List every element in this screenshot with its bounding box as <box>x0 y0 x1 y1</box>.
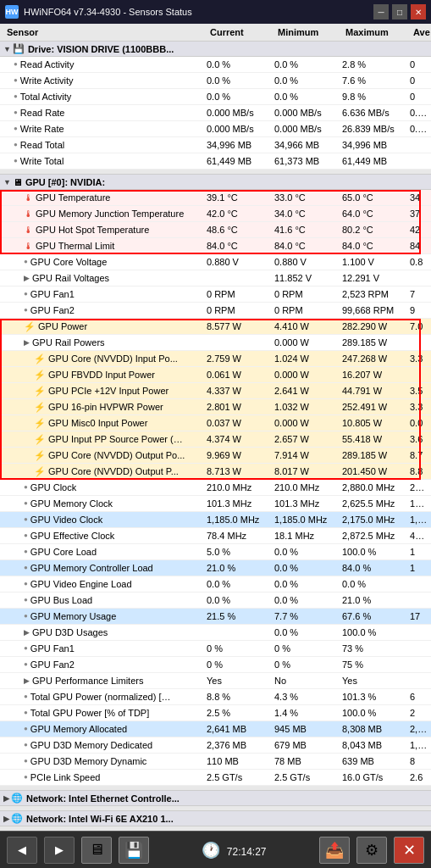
table-row[interactable]: ● Total Activity 0.0 % 0.0 % 9.8 % 0 <box>0 89 431 105</box>
close-icon-btn[interactable]: ✕ <box>394 837 424 864</box>
table-row[interactable]: ● Read Total 34,996 MB 34,966 MB 34,996 … <box>0 137 431 153</box>
col-maximum: Maximum <box>342 25 410 39</box>
save-icon-btn[interactable]: 💾 <box>119 837 149 864</box>
main-content: Sensor Current Minimum Maximum Ave ▼ 💾 D… <box>0 24 431 831</box>
disk-icon: 💾 <box>13 43 25 54</box>
table-row[interactable]: 🌡 GPU Memory Junction Temperature 42.0 °… <box>0 206 431 222</box>
settings-icon-btn[interactable]: ⚙ <box>356 837 387 864</box>
table-row[interactable]: ● Total GPU Power [% of TDP] 2.5 % 1.4 %… <box>0 705 431 721</box>
scroll-area[interactable]: ▼ 💾 Drive: VISION DRIVE (1100BBB... ● Re… <box>0 42 431 831</box>
table-row[interactable]: ● GPU Fan2 0 % 0 % 75 % <box>0 657 431 673</box>
table-row[interactable]: ● GPU Core Load 5.0 % 0.0 % 100.0 % 1 <box>0 544 431 560</box>
maximize-button[interactable]: □ <box>392 4 407 19</box>
network-label-1: Network: Intel Wi-Fi 6E AX210 1... <box>26 814 174 824</box>
gpu-icon: 🖥 <box>13 177 22 187</box>
table-row[interactable]: ● GPU Core Voltage 0.880 V 0.880 V 1.100… <box>0 254 431 270</box>
clock-icon: 🕐 <box>202 842 220 859</box>
close-button[interactable]: ✕ <box>411 4 426 19</box>
network-icon: 🌐 <box>11 813 23 824</box>
table-row[interactable]: 🌡 GPU Temperature 39.1 °C 33.0 °C 65.0 °… <box>0 190 431 206</box>
col-current: Current <box>207 25 274 39</box>
monitor-icon-btn[interactable]: 🖥 <box>81 837 112 864</box>
drive-label: Drive: VISION DRIVE (1100BBB... <box>28 44 174 54</box>
table-row[interactable]: ▶ GPU Rail Powers 0.000 W 289.185 W <box>0 335 431 351</box>
table-row[interactable]: ⚡ GPU 16-pin HVPWR Power 2.801 W 1.032 W… <box>0 399 431 415</box>
minimize-button[interactable]: ─ <box>373 4 389 19</box>
col-sensor: Sensor <box>3 25 207 39</box>
table-row[interactable]: ⚡ GPU Core (NVVDD) Output Po... 9.969 W … <box>0 448 431 464</box>
drive-section-header[interactable]: ▼ 💾 Drive: VISION DRIVE (1100BBB... <box>0 42 431 57</box>
gpu-label: GPU [#0]: NVIDIA: <box>25 177 105 187</box>
network-label-0: Network: Intel Ethernet Controlle... <box>26 793 180 804</box>
table-row[interactable]: ● GPU Fan2 0 RPM 0 RPM 99,668 RPM 9 <box>0 303 431 319</box>
gpu-section-header[interactable]: ▼ 🖥 GPU [#0]: NVIDIA: <box>0 175 431 190</box>
forward-button[interactable]: ▶ <box>44 837 75 864</box>
table-row[interactable]: 🌡 GPU Hot Spot Temperature 48.6 °C 41.6 … <box>0 222 431 238</box>
expand-arrow: ▼ <box>3 45 11 53</box>
table-row[interactable]: ● GPU Memory Allocated 2,641 MB 945 MB 8… <box>0 721 431 737</box>
table-row[interactable]: ● Write Rate 0.000 MB/s 0.000 MB/s 26.83… <box>0 121 431 137</box>
timer-display: 🕐 72:14:27 <box>156 841 312 860</box>
table-row[interactable]: ● Read Rate 0.000 MB/s 0.000 MB/s 6.636 … <box>0 105 431 121</box>
table-row[interactable]: ● GPU D3D Memory Dedicated 2,376 MB 679 … <box>0 737 431 754</box>
table-row[interactable]: ● GPU Memory Clock 101.3 MHz 101.3 MHz 2… <box>0 496 431 512</box>
back-button[interactable]: ◀ <box>7 837 37 864</box>
col-avg: Ave <box>410 25 431 39</box>
table-row[interactable]: ⚡ GPU PCIe +12V Input Power 4.337 W 2.64… <box>0 383 431 399</box>
table-row[interactable]: ⚡ GPU Power 8.577 W 4.410 W 282.290 W 7.… <box>0 319 431 335</box>
title-bar: HW HWiNFO64 v7.34-4930 - Sensors Status … <box>0 0 431 24</box>
expand-arrow: ▶ <box>3 815 9 823</box>
table-row[interactable]: ● PCIe Link Speed 2.5 GT/s 2.5 GT/s 16.0… <box>0 770 431 786</box>
table-row[interactable]: ▶ GPU Performance Limiters Yes No Yes <box>0 673 431 689</box>
table-row[interactable]: ▶ GPU D3D Usages 0.0 % 100.0 % <box>0 625 431 641</box>
table-row[interactable]: ● GPU Video Engine Load 0.0 % 0.0 % 0.0 … <box>0 576 431 593</box>
table-row[interactable]: ● Total GPU Power (normalized) [… 8.8 % … <box>0 689 431 705</box>
table-row[interactable]: ▶ GPU Rail Voltages 11.852 V 12.291 V <box>0 270 431 287</box>
table-row[interactable]: ● GPU D3D Memory Dynamic 110 MB 78 MB 63… <box>0 754 431 770</box>
table-row[interactable]: ● GPU Fan1 0 % 0 % 73 % <box>0 641 431 657</box>
expand-arrow: ▼ <box>3 178 11 186</box>
table-row[interactable]: ⚡ GPU Core (NVVDD) Output P... 8.713 W 8… <box>0 464 431 480</box>
app-icon: HW <box>5 5 19 19</box>
table-row[interactable]: ● GPU Memory Usage 21.5 % 7.7 % 67.6 % 1… <box>0 609 431 625</box>
network-icon: 🌐 <box>11 793 23 804</box>
table-row[interactable]: ● GPU Effective Clock 78.4 MHz 18.1 MHz … <box>0 528 431 544</box>
expand-arrow: ▶ <box>3 794 9 803</box>
title-bar-text: HWiNFO64 v7.34-4930 - Sensors Status <box>24 7 373 17</box>
table-row[interactable]: ● Write Activity 0.0 % 0.0 % 7.6 % 0 <box>0 73 431 89</box>
network-section-header-0[interactable]: ▶ 🌐 Network: Intel Ethernet Controlle... <box>0 791 431 806</box>
table-row[interactable]: ⚡ GPU FBVDD Input Power 0.061 W 0.000 W … <box>0 367 431 383</box>
table-row[interactable]: ● GPU Bus Load 0.0 % 0.0 % 21.0 % <box>0 593 431 609</box>
table-row[interactable]: ● GPU Memory Controller Load 21.0 % 0.0 … <box>0 560 431 576</box>
time-text: 72:14:27 <box>227 846 267 858</box>
table-row[interactable]: ● Read Activity 0.0 % 0.0 % 2.8 % 0 <box>0 57 431 73</box>
table-row[interactable]: ⚡ GPU Misc0 Input Power 0.037 W 0.000 W … <box>0 415 431 431</box>
taskbar: ◀ ▶ 🖥 💾 🕐 72:14:27 📤 ⚙ ✕ <box>0 831 431 868</box>
export-icon-btn[interactable]: 📤 <box>319 837 350 864</box>
table-row[interactable]: ⚡ GPU Core (NVVDD) Input Po... 2.759 W 1… <box>0 351 431 367</box>
table-row[interactable]: 🌡 GPU Thermal Limit 84.0 °C 84.0 °C 84.0… <box>0 238 431 254</box>
table-row[interactable]: ● GPU Fan1 0 RPM 0 RPM 2,523 RPM 7 <box>0 287 431 303</box>
table-header: Sensor Current Minimum Maximum Ave <box>0 24 431 42</box>
table-row[interactable]: ● Write Total 61,449 MB 61,373 MB 61,449… <box>0 153 431 170</box>
table-row[interactable]: ● GPU Clock 210.0 MHz 210.0 MHz 2,880.0 … <box>0 480 431 496</box>
table-row[interactable]: ● GPU Video Clock 1,185.0 MHz 1,185.0 MH… <box>0 512 431 528</box>
table-row[interactable]: ⚡ GPU Input PP Source Power (… 4.374 W 2… <box>0 431 431 448</box>
col-minimum: Minimum <box>274 25 342 39</box>
network-section-header-1[interactable]: ▶ 🌐 Network: Intel Wi-Fi 6E AX210 1... <box>0 811 431 826</box>
